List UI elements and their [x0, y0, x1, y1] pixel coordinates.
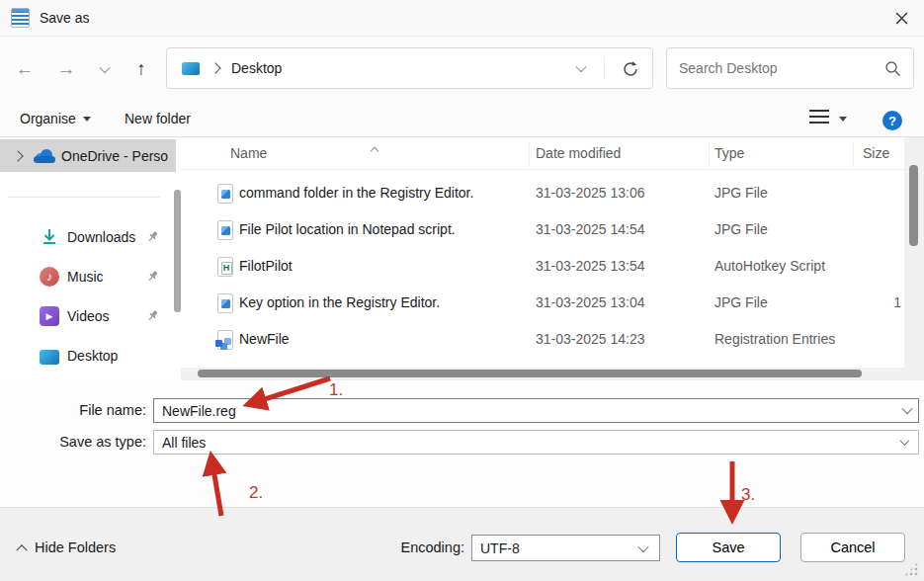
pin-icon	[146, 308, 159, 326]
chevron-down-icon	[900, 436, 910, 446]
jpg-file-icon	[217, 184, 233, 204]
registry-file-icon	[217, 330, 233, 350]
horizontal-scrollbar[interactable]	[181, 368, 924, 380]
encoding-value: UTF-8	[480, 540, 520, 556]
file-list: Name Date modified Type Size command fol…	[181, 137, 924, 380]
sidebar-item-label: Music	[67, 269, 104, 285]
list-header: Name Date modified Type Size	[181, 137, 904, 170]
column-header-size[interactable]: Size	[863, 145, 889, 161]
file-date: 31-03-2025 14:54	[536, 221, 645, 237]
sidebar-item-label: Downloads	[67, 229, 135, 245]
refresh-button[interactable]	[621, 59, 640, 79]
column-header-name[interactable]: Name	[230, 145, 267, 161]
file-date: 31-03-2025 13:06	[536, 185, 645, 201]
new-folder-label: New folder	[125, 111, 191, 126]
divider	[8, 197, 160, 198]
file-type: Registration Entries	[714, 331, 835, 347]
save-button[interactable]: Save	[676, 533, 781, 562]
onedrive-cloud-icon	[34, 149, 55, 163]
file-size: 1	[893, 294, 901, 310]
desktop-icon	[40, 350, 59, 365]
file-type: JPG File	[714, 221, 768, 237]
encoding-label: Encoding:	[326, 540, 464, 555]
jpg-file-icon	[217, 293, 233, 313]
folder-sidebar: OneDrive - Perso Downloads ♪ Music	[0, 137, 176, 380]
chevron-down-icon	[99, 62, 110, 73]
sidebar-item-desktop[interactable]: Desktop	[0, 339, 176, 373]
encoding-select[interactable]: UTF-8	[471, 535, 660, 561]
back-button[interactable]: ←	[12, 38, 38, 101]
horizontal-scrollbar-thumb[interactable]	[198, 370, 862, 377]
address-dropdown-icon[interactable]	[575, 61, 586, 72]
file-name: File Pilot location in Notepad script.	[239, 221, 456, 237]
file-row[interactable]: Key option in the Registry Editor. 31-03…	[181, 286, 924, 322]
sidebar-item-videos[interactable]: ▶ Videos	[0, 299, 176, 333]
column-divider[interactable]	[709, 141, 710, 167]
title-bar: Save as	[0, 0, 924, 37]
hide-folders-button[interactable]: Hide Folders	[18, 540, 116, 555]
file-date: 31-03-2025 13:54	[536, 258, 645, 274]
help-button[interactable]: ?	[882, 111, 902, 130]
sidebar-item-downloads[interactable]: Downloads	[0, 220, 176, 254]
file-name: Key option in the Registry Editor.	[239, 294, 440, 310]
sidebar-item-music[interactable]: ♪ Music	[0, 260, 176, 293]
file-name: FilotPilot	[239, 258, 293, 274]
view-options-caret-icon[interactable]	[839, 117, 847, 122]
resize-grip[interactable]	[904, 562, 918, 576]
sidebar-item-onedrive[interactable]: OneDrive - Perso	[0, 139, 176, 172]
chevron-up-icon	[16, 544, 27, 555]
file-row[interactable]: File Pilot location in Notepad script. 3…	[181, 212, 924, 249]
cancel-button[interactable]: Cancel	[800, 533, 905, 562]
new-folder-button[interactable]: New folder	[125, 101, 191, 136]
sidebar-scrollbar[interactable]	[174, 190, 181, 312]
dialog-footer: Hide Folders Encoding: UTF-8 Save Cancel	[0, 507, 924, 581]
dropdown-caret-icon	[83, 117, 91, 122]
column-header-type[interactable]: Type	[714, 145, 744, 161]
save-as-type-label: Save as type:	[0, 434, 146, 450]
refresh-icon	[621, 59, 640, 79]
chevron-right-icon	[210, 62, 220, 73]
save-as-type-value: All files	[162, 435, 206, 451]
search-icon	[884, 60, 901, 77]
file-date: 31-03-2025 14:23	[536, 331, 645, 347]
list-rows: command folder in the Registry Editor. 3…	[181, 176, 924, 359]
search-box	[666, 47, 914, 89]
organise-label: Organise	[20, 111, 76, 126]
forward-button[interactable]: →	[53, 38, 79, 101]
file-date: 31-03-2025 13:04	[536, 294, 645, 310]
vertical-scrollbar-thumb[interactable]	[909, 165, 918, 246]
file-name-input[interactable]	[153, 398, 919, 423]
vertical-scrollbar[interactable]	[904, 137, 924, 368]
column-header-date[interactable]: Date modified	[536, 145, 621, 161]
view-options-icon[interactable]	[809, 110, 829, 127]
save-as-type-select[interactable]: All files	[153, 430, 919, 455]
file-row[interactable]: command folder in the Registry Editor. 3…	[181, 176, 924, 212]
file-name: NewFile	[239, 331, 290, 347]
recent-locations-button[interactable]	[95, 38, 115, 101]
window-title: Save as	[40, 10, 90, 26]
hide-folders-label: Hide Folders	[35, 540, 116, 555]
address-bar[interactable]: Desktop	[166, 47, 653, 89]
column-divider[interactable]	[529, 141, 530, 167]
close-button[interactable]	[886, 5, 916, 31]
organise-menu-button[interactable]: Organise	[20, 101, 91, 136]
sidebar-item-label: OneDrive - Perso	[61, 148, 168, 164]
save-fields: File name: Save as type: All files	[0, 380, 924, 507]
file-row[interactable]: FilotPilot 31-03-2025 13:54 AutoHotkey S…	[181, 249, 924, 286]
file-type: JPG File	[714, 185, 768, 201]
video-icon: ▶	[40, 306, 59, 326]
expand-chevron-icon[interactable]	[12, 150, 23, 161]
autohotkey-file-icon	[217, 257, 233, 277]
column-divider[interactable]	[853, 141, 854, 167]
divider	[604, 56, 605, 80]
sort-ascending-icon	[372, 138, 378, 154]
file-type: JPG File	[714, 294, 768, 310]
music-icon: ♪	[40, 267, 59, 287]
search-input[interactable]	[679, 49, 877, 87]
file-row[interactable]: NewFile 31-03-2025 14:23 Registration En…	[181, 322, 924, 359]
pin-icon	[146, 229, 159, 247]
breadcrumb[interactable]: Desktop	[231, 60, 282, 76]
save-as-dialog: Save as ← → ↑ Desktop	[0, 0, 924, 581]
file-name: command folder in the Registry Editor.	[239, 185, 473, 201]
up-button[interactable]: ↑	[128, 38, 154, 101]
